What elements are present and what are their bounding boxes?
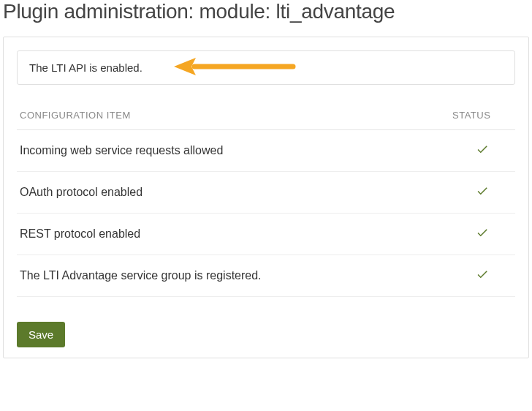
- check-icon: [476, 146, 489, 158]
- svg-marker-1: [174, 58, 196, 75]
- config-item-label: REST protocol enabled: [17, 214, 449, 255]
- config-table: CONFIGURATION ITEM STATUS Incoming web s…: [17, 102, 515, 297]
- config-panel: The LTI API is enabled. CONFIGURATION IT…: [3, 37, 529, 358]
- page-title: Plugin administration: module: lti_advan…: [0, 0, 532, 37]
- config-item-status: [449, 130, 515, 172]
- table-row: Incoming web service requests allowed: [17, 130, 515, 172]
- table-row: REST protocol enabled: [17, 214, 515, 255]
- config-item-status: [449, 255, 515, 297]
- config-item-status: [449, 214, 515, 255]
- config-item-status: [449, 172, 515, 214]
- check-icon: [476, 229, 489, 241]
- form-actions: Save: [17, 322, 515, 347]
- status-alert-text: The LTI API is enabled.: [29, 61, 142, 74]
- status-alert: The LTI API is enabled.: [17, 50, 515, 85]
- check-icon: [476, 271, 489, 283]
- table-row: The LTI Advantage service group is regis…: [17, 255, 515, 297]
- annotation-arrow-icon: [172, 56, 297, 80]
- config-item-label: OAuth protocol enabled: [17, 172, 449, 214]
- config-item-label: Incoming web service requests allowed: [17, 130, 449, 172]
- col-header-item: CONFIGURATION ITEM: [17, 102, 449, 130]
- check-icon: [476, 187, 489, 200]
- table-row: OAuth protocol enabled: [17, 172, 515, 214]
- config-item-label: The LTI Advantage service group is regis…: [17, 255, 449, 297]
- col-header-status: STATUS: [449, 102, 515, 130]
- save-button[interactable]: Save: [17, 322, 65, 347]
